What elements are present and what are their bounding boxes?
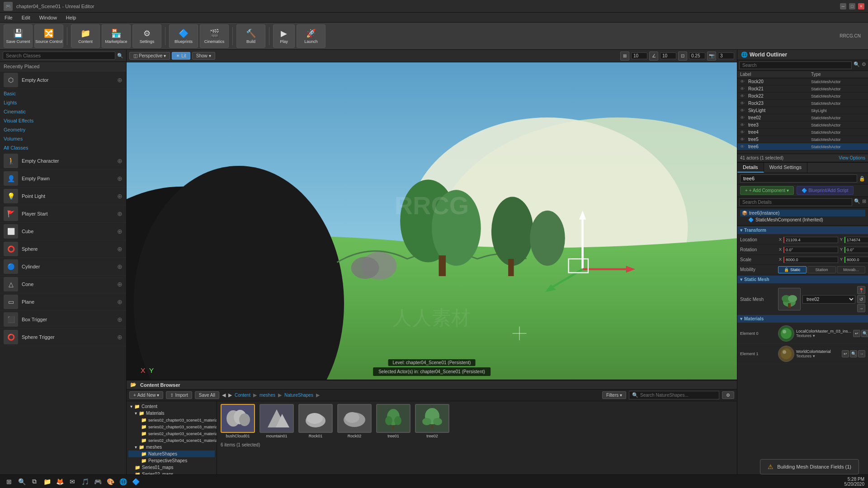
content-item-tree01[interactable]: tree01 bbox=[375, 404, 411, 438]
file-explorer-button[interactable]: 📁 bbox=[42, 476, 52, 487]
material1-type-select[interactable]: Textures ▾ bbox=[796, 354, 840, 358]
tab-details[interactable]: Details bbox=[737, 163, 764, 173]
menu-window[interactable]: Window bbox=[38, 14, 59, 21]
placement-item-empty-actor[interactable]: ⬡ Empty Actor ⊕ bbox=[0, 71, 126, 89]
category-geometry[interactable]: Geometry bbox=[0, 125, 126, 134]
build-button[interactable]: 🔨 Build bbox=[236, 24, 265, 48]
rotation-x-input[interactable] bbox=[783, 247, 838, 253]
visibility-icon[interactable]: 👁 bbox=[740, 130, 746, 135]
content-item-tree02[interactable]: tree02 bbox=[414, 404, 450, 438]
content-search-input[interactable] bbox=[640, 393, 716, 398]
transform-section[interactable]: ▾ Transform bbox=[737, 226, 868, 234]
menu-help[interactable]: Help bbox=[64, 14, 78, 21]
rotation-y-input[interactable] bbox=[844, 247, 868, 253]
folder-materials[interactable]: ▾ 📁 Materials bbox=[128, 410, 215, 417]
mobility-station-button[interactable]: Station bbox=[807, 266, 836, 273]
path-natureshapes[interactable]: NatureShapes bbox=[284, 393, 313, 398]
folder-content[interactable]: ▾ 📁 Content bbox=[128, 403, 215, 410]
category-lights[interactable]: Lights bbox=[0, 98, 126, 107]
outliner-item-tree6[interactable]: 👁 tree6 StaticMeshActor bbox=[737, 143, 868, 150]
nav-back-button[interactable]: ◀ bbox=[222, 392, 226, 398]
add-cone-btn[interactable]: ⊕ bbox=[117, 281, 123, 288]
add-plane-btn[interactable]: ⊕ bbox=[117, 298, 123, 305]
folder-perspectiveshapes[interactable]: 📁 PerspectiveShapes bbox=[128, 457, 215, 464]
placement-item-empty-pawn[interactable]: 👤 Empty Pawn ⊕ bbox=[0, 170, 126, 188]
folder-natureshapes[interactable]: 📁 NatureShapes bbox=[128, 450, 215, 457]
open-material1-button[interactable]: → bbox=[858, 350, 865, 357]
browse-material0-button[interactable]: ↩ bbox=[853, 330, 860, 337]
placement-item-sphere-trigger[interactable]: ⭕ Sphere Trigger ⊕ bbox=[0, 328, 126, 346]
outliner-item-tree5[interactable]: 👁 tree5 StaticMeshActor bbox=[737, 136, 868, 143]
launch-button[interactable]: 🚀 Launch bbox=[297, 24, 326, 48]
component-root[interactable]: 📦 tree6(Instance) bbox=[740, 210, 865, 216]
blueprint-add-script-button[interactable]: 🔷 Blueprint/Add Script bbox=[797, 186, 853, 195]
mobility-movable-button[interactable]: Movab... bbox=[837, 266, 865, 273]
outliner-item-tree4[interactable]: 👁 tree4 StaticMeshActor bbox=[737, 129, 868, 136]
category-volumes[interactable]: Volumes bbox=[0, 134, 126, 143]
component-mesh[interactable]: 🔷 StaticMeshComponent (Inherited) bbox=[740, 216, 865, 223]
folder-scene03-materials[interactable]: 📁 series02_chapter03_scene03_materials bbox=[128, 423, 215, 430]
blueprints-button[interactable]: 🔷 Blueprints bbox=[169, 24, 198, 48]
firefox-button[interactable]: 🦊 bbox=[54, 476, 65, 487]
category-cinematic[interactable]: Cinematic bbox=[0, 107, 126, 116]
outliner-settings-icon[interactable]: ⚙ bbox=[862, 61, 866, 69]
scale-value[interactable]: 0.25 bbox=[689, 52, 705, 59]
add-player-start-btn[interactable]: ⊕ bbox=[117, 210, 123, 217]
grid-x-value[interactable]: 10 bbox=[631, 52, 647, 59]
placement-item-cone[interactable]: △ Cone ⊕ bbox=[0, 276, 126, 293]
search-button[interactable]: 🔍 bbox=[16, 476, 27, 487]
browse-mesh-button[interactable]: 📍 bbox=[857, 286, 865, 294]
content-button[interactable]: 📁 Content bbox=[71, 24, 100, 48]
app5-button[interactable]: 🎮 bbox=[92, 476, 103, 487]
category-visual-effects[interactable]: Visual Effects bbox=[0, 116, 126, 125]
visibility-icon[interactable]: 👁 bbox=[740, 101, 746, 106]
placement-item-player-start[interactable]: 🚩 Player Start ⊕ bbox=[0, 205, 126, 223]
add-sphere-trigger-btn[interactable]: ⊕ bbox=[117, 333, 123, 341]
placement-item-box-trigger[interactable]: ⬛ Box Trigger ⊕ bbox=[0, 311, 126, 328]
path-meshes[interactable]: meshes bbox=[259, 393, 275, 398]
static-mesh-section[interactable]: ▾ Static Mesh bbox=[737, 276, 868, 283]
placement-search-input[interactable] bbox=[3, 52, 115, 60]
camera-button[interactable]: 📷 bbox=[707, 52, 716, 61]
add-cylinder-btn[interactable]: ⊕ bbox=[117, 263, 123, 270]
folder-scene01-materials[interactable]: 📁 series02_chapter03_scene01_materials bbox=[128, 417, 215, 423]
mesh-select[interactable]: tree02 bbox=[802, 295, 855, 304]
visibility-icon[interactable]: 👁 bbox=[740, 108, 746, 113]
category-basic[interactable]: Basic bbox=[0, 89, 126, 98]
maximize-button[interactable]: □ bbox=[849, 3, 855, 9]
visibility-icon[interactable]: 👁 bbox=[740, 122, 746, 127]
actor-name-input[interactable] bbox=[740, 174, 857, 183]
folder-meshes[interactable]: ▾ 📁 meshes bbox=[128, 444, 215, 450]
angle-value[interactable]: 10 bbox=[660, 52, 676, 59]
browse-material1-button[interactable]: ↩ bbox=[842, 350, 849, 357]
open-mesh-button[interactable]: → bbox=[857, 304, 865, 312]
actor-lock-icon[interactable]: 🔒 bbox=[859, 176, 865, 182]
unreal-taskbar-button[interactable]: 🔷 bbox=[130, 476, 141, 487]
content-item-bushcloud01[interactable]: bushCloud01 bbox=[220, 404, 256, 438]
outliner-item-rock22[interactable]: 👁 Rock22 StaticMeshActor bbox=[737, 93, 868, 100]
placement-item-cube[interactable]: ⬜ Cube ⊕ bbox=[0, 223, 126, 240]
details-view-options-icon[interactable]: ⊞ bbox=[862, 198, 866, 206]
visibility-icon[interactable]: 👁 bbox=[740, 144, 746, 149]
content-item-rock01[interactable]: Rock01 bbox=[297, 404, 334, 438]
find-material0-button[interactable]: 🔍 bbox=[861, 330, 868, 337]
scale-y-input[interactable] bbox=[844, 257, 868, 263]
viewport-type-button[interactable]: ◫ Perspective ▾ bbox=[129, 52, 170, 60]
menu-file[interactable]: File bbox=[3, 14, 14, 21]
viewport-lit-button[interactable]: ☀ Lit bbox=[172, 52, 190, 60]
content-item-mountain01[interactable]: mountain01 bbox=[259, 404, 295, 438]
import-button[interactable]: ⇧ Import bbox=[166, 391, 192, 399]
start-button[interactable]: ⊞ bbox=[4, 476, 14, 487]
placement-item-sphere[interactable]: ⭕ Sphere ⊕ bbox=[0, 240, 126, 258]
scale-x-input[interactable] bbox=[783, 257, 838, 263]
add-empty-pawn-btn[interactable]: ⊕ bbox=[117, 175, 123, 182]
save-current-button[interactable]: 💾 Save Current bbox=[4, 24, 33, 48]
viewport[interactable]: RRCG 人人素材 X Y Selected Actor(s) in: chap… bbox=[127, 62, 737, 380]
category-all-classes[interactable]: All Classes bbox=[0, 143, 126, 152]
add-new-button[interactable]: + Add New ▾ bbox=[129, 391, 163, 399]
location-x-input[interactable] bbox=[783, 237, 838, 243]
marketplace-button[interactable]: 🏪 Marketplace bbox=[102, 24, 131, 48]
outliner-item-skylight[interactable]: 👁 SkyLight SkyLight bbox=[737, 107, 868, 114]
scale-snap-button[interactable]: ⊡ bbox=[678, 52, 687, 61]
outliner-item-tree3[interactable]: 👁 tree3 StaticMeshActor bbox=[737, 122, 868, 129]
